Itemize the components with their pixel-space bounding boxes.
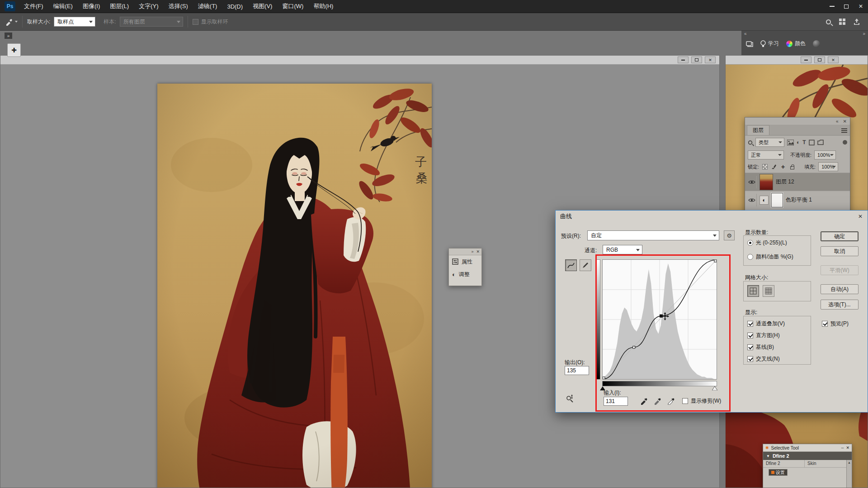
panel-scrollbar[interactable]: ▲	[846, 460, 852, 488]
blend-mode-select[interactable]: 正常	[748, 150, 784, 160]
auto-button[interactable]: 自动(A)	[821, 284, 859, 294]
app-close-button[interactable]: ✕	[854, 0, 868, 13]
filter-type-tool-icon[interactable]: T	[802, 139, 806, 145]
channel-overlay-option[interactable]: 通道叠加(V)	[747, 320, 785, 328]
menu-help[interactable]: 帮助(H)	[308, 0, 338, 13]
doc2-close-button[interactable]: ✕	[828, 56, 839, 63]
intersection-option[interactable]: 交叉线(N)	[747, 355, 780, 363]
layer-mask-thumbnail[interactable]	[771, 193, 783, 207]
sample-size-select[interactable]: 取样点	[54, 17, 95, 27]
doc1-maximize-button[interactable]	[691, 56, 702, 63]
filter-type-select[interactable]: 类型	[755, 138, 784, 147]
move-tool-button[interactable]: ✚	[7, 43, 21, 57]
learn-panel-button[interactable]: 学习	[760, 40, 779, 47]
chevron-double-right-icon[interactable]: »	[863, 31, 865, 36]
doc2-minimize-button[interactable]	[801, 56, 811, 63]
menu-filter[interactable]: 滤镜(T)	[193, 0, 222, 13]
menu-view[interactable]: 视图(V)	[248, 0, 277, 13]
painting-canvas[interactable]: 子 桑	[157, 84, 432, 488]
dfine-column-2[interactable]: Skin	[805, 460, 819, 467]
selective-tool-titlebar[interactable]: ✱ Selective Tool ─ ✕	[763, 444, 852, 452]
chevron-double-right-icon[interactable]: »	[471, 249, 473, 254]
filter-smart-object-icon[interactable]	[817, 140, 824, 145]
menu-window[interactable]: 窗口(W)	[277, 0, 308, 13]
light-mode-option[interactable]: 光 (0-255)(L)	[747, 239, 787, 247]
light-mode-radio[interactable]	[747, 240, 753, 246]
filter-pixel-icon[interactable]	[787, 140, 794, 145]
document-2-titlebar[interactable]: ✕	[726, 56, 868, 65]
filter-toggle-icon[interactable]	[843, 140, 847, 145]
menu-type[interactable]: 文字(Y)	[134, 0, 163, 13]
baseline-checkbox[interactable]	[747, 344, 753, 350]
sphere-icon[interactable]	[813, 40, 820, 47]
minimize-icon[interactable]: ─	[841, 446, 844, 450]
doc2-maximize-button[interactable]	[814, 56, 825, 63]
chevron-double-left-icon[interactable]: «	[744, 31, 747, 36]
adjustments-panel-button[interactable]: ◐ 调整	[449, 268, 481, 281]
layer-row-image-12[interactable]: 图层 12	[745, 173, 850, 191]
menu-select[interactable]: 选择(S)	[163, 0, 193, 13]
show-clipping-checkbox[interactable]	[682, 398, 688, 404]
app-maximize-button[interactable]	[839, 0, 854, 13]
menu-3d[interactable]: 3D(D)	[222, 0, 248, 13]
lock-position-icon[interactable]: ✚	[780, 164, 786, 170]
close-icon[interactable]: ✕	[846, 446, 849, 450]
layer-thumbnail[interactable]	[760, 174, 773, 190]
layer-visibility-toggle[interactable]	[747, 176, 757, 188]
curves-dialog-titlebar[interactable]: 曲线	[556, 211, 868, 222]
collapse-panel-icon[interactable]: «	[836, 119, 839, 124]
search-icon[interactable]	[826, 19, 831, 24]
layer-name[interactable]: 色彩平衡 1	[786, 196, 812, 204]
dfine-column-1[interactable]: Dfine 2	[763, 460, 805, 467]
document-1-titlebar[interactable]: ✕	[0, 56, 719, 65]
white-point-slider[interactable]	[712, 386, 717, 390]
lock-transparency-icon[interactable]	[762, 164, 768, 170]
preview-option[interactable]: 预览(P)	[822, 320, 849, 328]
eyedropper-tool-icon[interactable]	[5, 18, 14, 26]
filter-adjustment-icon[interactable]: ◐	[797, 139, 800, 145]
properties-panel-button[interactable]: 属性	[449, 255, 481, 268]
panel-menu-icon[interactable]	[841, 128, 847, 133]
curve-point-tool-button[interactable]	[565, 259, 577, 271]
preview-checkbox[interactable]	[822, 321, 828, 327]
curve-graph[interactable]	[602, 259, 717, 380]
cancel-button[interactable]: 取消	[821, 246, 859, 256]
filter-shape-icon[interactable]	[809, 140, 815, 145]
menu-edit[interactable]: 编辑(E)	[48, 0, 78, 13]
lock-pixels-icon[interactable]	[771, 164, 777, 170]
close-icon[interactable]: ✕	[476, 249, 480, 254]
lock-all-icon[interactable]	[789, 164, 795, 170]
output-input[interactable]	[565, 366, 589, 375]
preset-options-button[interactable]: ⚙	[724, 230, 735, 240]
close-icon[interactable]: ✕	[843, 119, 847, 124]
layer-name[interactable]: 图层 12	[776, 178, 794, 186]
dialog-close-button[interactable]: ✕	[857, 213, 864, 220]
layer-visibility-toggle[interactable]	[747, 194, 757, 206]
channel-overlay-checkbox[interactable]	[747, 321, 753, 327]
grid-view-icon[interactable]	[839, 19, 845, 25]
histogram-option[interactable]: 直方图(H)	[747, 332, 780, 339]
show-clipping-option[interactable]: 显示修剪(W)	[682, 397, 721, 405]
menu-image[interactable]: 图像(I)	[78, 0, 105, 13]
simple-grid-button[interactable]	[747, 285, 759, 297]
color-panel-button[interactable]: 颜色	[786, 40, 806, 47]
gray-eyedropper-icon[interactable]	[653, 397, 661, 405]
opacity-select[interactable]: 100%	[814, 150, 836, 160]
detailed-grid-button[interactable]	[763, 285, 774, 297]
tools-collapse-tab[interactable]: »	[5, 33, 12, 39]
fill-select[interactable]: 100%	[818, 162, 838, 171]
share-icon[interactable]	[854, 19, 860, 25]
pigment-mode-radio[interactable]	[747, 254, 753, 260]
channel-select[interactable]: RGB	[603, 245, 642, 254]
pigment-mode-option[interactable]: 颜料/油墨 %(G)	[747, 253, 793, 261]
dfine-group-header[interactable]: ▼ Dfine 2	[763, 452, 852, 460]
input-input[interactable]	[604, 397, 628, 406]
curve-pencil-tool-button[interactable]	[580, 259, 591, 271]
white-eyedropper-icon[interactable]	[667, 397, 675, 405]
layer-row-color-balance[interactable]: ◐ 色彩平衡 1	[745, 191, 850, 209]
options-button[interactable]: 选项(T)...	[821, 300, 859, 310]
preset-select[interactable]: 自定	[587, 230, 719, 240]
tool-preset-caret-icon[interactable]	[15, 21, 18, 23]
doc1-close-button[interactable]: ✕	[705, 56, 716, 63]
doc1-minimize-button[interactable]	[678, 56, 689, 63]
